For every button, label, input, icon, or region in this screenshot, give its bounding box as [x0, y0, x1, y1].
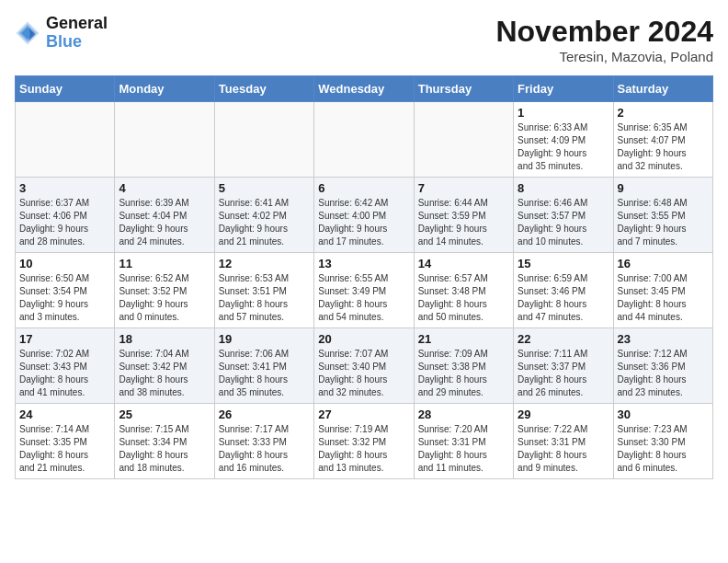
day-number: 10 — [19, 257, 110, 270]
calendar-cell: 18Sunrise: 7:04 AM Sunset: 3:42 PM Dayli… — [115, 328, 214, 404]
day-number: 13 — [318, 257, 409, 270]
calendar-cell: 20Sunrise: 7:07 AM Sunset: 3:40 PM Dayli… — [314, 328, 414, 404]
day-info: Sunrise: 6:33 AM Sunset: 4:09 PM Dayligh… — [518, 121, 609, 173]
weekday-header: Wednesday — [314, 76, 414, 102]
location-title: Teresin, Mazovia, Poland — [495, 49, 713, 64]
logo-icon — [15, 20, 40, 46]
day-info: Sunrise: 7:09 AM Sunset: 3:38 PM Dayligh… — [418, 348, 509, 399]
calendar-week-row: 17Sunrise: 7:02 AM Sunset: 3:43 PM Dayli… — [16, 328, 713, 404]
calendar-cell: 15Sunrise: 6:59 AM Sunset: 3:46 PM Dayli… — [514, 253, 613, 328]
day-info: Sunrise: 6:55 AM Sunset: 3:49 PM Dayligh… — [318, 272, 409, 324]
day-info: Sunrise: 6:39 AM Sunset: 4:04 PM Dayligh… — [119, 197, 210, 248]
calendar-cell: 7Sunrise: 6:44 AM Sunset: 3:59 PM Daylig… — [414, 178, 513, 253]
day-info: Sunrise: 7:22 AM Sunset: 3:31 PM Dayligh… — [518, 423, 609, 475]
day-number: 7 — [418, 181, 509, 195]
weekday-header: Monday — [115, 76, 214, 102]
calendar-cell: 26Sunrise: 7:17 AM Sunset: 3:33 PM Dayli… — [214, 404, 313, 479]
calendar-cell: 22Sunrise: 7:11 AM Sunset: 3:37 PM Dayli… — [514, 328, 613, 404]
calendar-cell: 12Sunrise: 6:53 AM Sunset: 3:51 PM Dayli… — [214, 253, 313, 328]
calendar-cell: 17Sunrise: 7:02 AM Sunset: 3:43 PM Dayli… — [16, 328, 115, 404]
day-number: 29 — [518, 408, 609, 421]
calendar-cell: 23Sunrise: 7:12 AM Sunset: 3:36 PM Dayli… — [613, 328, 712, 404]
calendar-cell: 29Sunrise: 7:22 AM Sunset: 3:31 PM Dayli… — [514, 404, 613, 479]
calendar-cell: 28Sunrise: 7:20 AM Sunset: 3:31 PM Dayli… — [414, 404, 513, 479]
day-info: Sunrise: 7:19 AM Sunset: 3:32 PM Dayligh… — [318, 423, 409, 475]
calendar-cell: 30Sunrise: 7:23 AM Sunset: 3:30 PM Dayli… — [613, 404, 712, 479]
day-number: 12 — [219, 257, 310, 270]
day-number: 14 — [418, 257, 509, 270]
calendar-cell — [214, 102, 313, 178]
day-number: 28 — [418, 408, 509, 421]
day-number: 27 — [318, 408, 409, 421]
weekday-header: Thursday — [414, 76, 513, 102]
day-info: Sunrise: 6:42 AM Sunset: 4:00 PM Dayligh… — [318, 197, 409, 248]
day-info: Sunrise: 7:06 AM Sunset: 3:41 PM Dayligh… — [219, 348, 310, 399]
day-info: Sunrise: 7:07 AM Sunset: 3:40 PM Dayligh… — [318, 348, 409, 399]
day-info: Sunrise: 6:48 AM Sunset: 3:55 PM Dayligh… — [618, 197, 709, 248]
logo-line2: Blue — [46, 33, 108, 52]
day-number: 25 — [119, 408, 210, 421]
page-header: General Blue November 2024 Teresin, Mazo… — [15, 15, 713, 64]
day-number: 16 — [618, 257, 709, 270]
day-number: 3 — [19, 181, 110, 195]
calendar-cell: 10Sunrise: 6:50 AM Sunset: 3:54 PM Dayli… — [16, 253, 115, 328]
day-info: Sunrise: 6:52 AM Sunset: 3:52 PM Dayligh… — [119, 272, 210, 324]
calendar-cell: 25Sunrise: 7:15 AM Sunset: 3:34 PM Dayli… — [115, 404, 214, 479]
calendar-week-row: 1Sunrise: 6:33 AM Sunset: 4:09 PM Daylig… — [16, 102, 713, 178]
weekday-header: Tuesday — [214, 76, 313, 102]
logo-line1: General — [46, 15, 108, 33]
calendar-cell — [16, 102, 115, 178]
day-number: 21 — [418, 332, 509, 346]
day-info: Sunrise: 7:11 AM Sunset: 3:37 PM Dayligh… — [518, 348, 609, 399]
day-number: 6 — [318, 181, 409, 195]
calendar-cell: 13Sunrise: 6:55 AM Sunset: 3:49 PM Dayli… — [314, 253, 414, 328]
day-info: Sunrise: 6:35 AM Sunset: 4:07 PM Dayligh… — [618, 121, 709, 173]
day-info: Sunrise: 7:15 AM Sunset: 3:34 PM Dayligh… — [119, 423, 210, 475]
calendar-cell: 9Sunrise: 6:48 AM Sunset: 3:55 PM Daylig… — [613, 178, 712, 253]
weekday-header: Sunday — [16, 76, 115, 102]
calendar-cell: 3Sunrise: 6:37 AM Sunset: 4:06 PM Daylig… — [16, 178, 115, 253]
calendar-cell: 21Sunrise: 7:09 AM Sunset: 3:38 PM Dayli… — [414, 328, 513, 404]
weekday-header: Friday — [514, 76, 613, 102]
calendar-week-row: 3Sunrise: 6:37 AM Sunset: 4:06 PM Daylig… — [16, 178, 713, 253]
day-number: 24 — [19, 408, 110, 421]
day-number: 5 — [219, 181, 310, 195]
day-number: 26 — [219, 408, 310, 421]
day-number: 4 — [119, 181, 210, 195]
calendar-cell: 1Sunrise: 6:33 AM Sunset: 4:09 PM Daylig… — [514, 102, 613, 178]
day-number: 15 — [518, 257, 609, 270]
day-number: 8 — [518, 181, 609, 195]
calendar-cell: 11Sunrise: 6:52 AM Sunset: 3:52 PM Dayli… — [115, 253, 214, 328]
calendar-cell — [314, 102, 414, 178]
calendar-cell: 2Sunrise: 6:35 AM Sunset: 4:07 PM Daylig… — [613, 102, 712, 178]
calendar-body: 1Sunrise: 6:33 AM Sunset: 4:09 PM Daylig… — [16, 102, 713, 479]
day-info: Sunrise: 7:17 AM Sunset: 3:33 PM Dayligh… — [219, 423, 310, 475]
calendar-cell: 24Sunrise: 7:14 AM Sunset: 3:35 PM Dayli… — [16, 404, 115, 479]
logo: General Blue — [15, 15, 108, 52]
day-number: 9 — [618, 181, 709, 195]
day-number: 30 — [618, 408, 709, 421]
day-info: Sunrise: 7:23 AM Sunset: 3:30 PM Dayligh… — [618, 423, 709, 475]
day-number: 11 — [119, 257, 210, 270]
day-info: Sunrise: 6:37 AM Sunset: 4:06 PM Dayligh… — [19, 197, 110, 248]
day-number: 19 — [219, 332, 310, 346]
day-number: 2 — [618, 106, 709, 120]
day-info: Sunrise: 7:00 AM Sunset: 3:45 PM Dayligh… — [618, 272, 709, 324]
day-number: 1 — [518, 106, 609, 120]
calendar-cell: 16Sunrise: 7:00 AM Sunset: 3:45 PM Dayli… — [613, 253, 712, 328]
calendar-cell: 27Sunrise: 7:19 AM Sunset: 3:32 PM Dayli… — [314, 404, 414, 479]
day-info: Sunrise: 6:46 AM Sunset: 3:57 PM Dayligh… — [518, 197, 609, 248]
calendar-cell: 6Sunrise: 6:42 AM Sunset: 4:00 PM Daylig… — [314, 178, 414, 253]
day-info: Sunrise: 6:50 AM Sunset: 3:54 PM Dayligh… — [19, 272, 110, 324]
calendar-cell: 19Sunrise: 7:06 AM Sunset: 3:41 PM Dayli… — [214, 328, 313, 404]
day-number: 23 — [618, 332, 709, 346]
calendar-table: SundayMondayTuesdayWednesdayThursdayFrid… — [15, 75, 713, 479]
day-info: Sunrise: 6:41 AM Sunset: 4:02 PM Dayligh… — [219, 197, 310, 248]
calendar-cell: 8Sunrise: 6:46 AM Sunset: 3:57 PM Daylig… — [514, 178, 613, 253]
day-info: Sunrise: 6:44 AM Sunset: 3:59 PM Dayligh… — [418, 197, 509, 248]
calendar-cell: 5Sunrise: 6:41 AM Sunset: 4:02 PM Daylig… — [214, 178, 313, 253]
day-info: Sunrise: 7:02 AM Sunset: 3:43 PM Dayligh… — [19, 348, 110, 399]
calendar-header-row: SundayMondayTuesdayWednesdayThursdayFrid… — [16, 76, 713, 102]
day-number: 18 — [119, 332, 210, 346]
day-number: 22 — [518, 332, 609, 346]
